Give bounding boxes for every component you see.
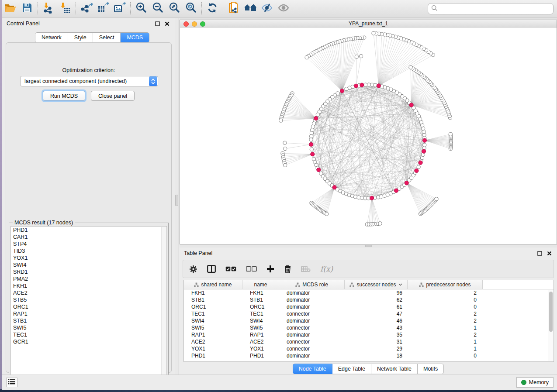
float-panel-button[interactable] bbox=[154, 20, 161, 27]
vertical-splitter[interactable] bbox=[175, 18, 179, 375]
task-list-icon bbox=[8, 379, 15, 386]
tab-network[interactable]: Network bbox=[35, 33, 68, 42]
tab-node-table[interactable]: Node Table bbox=[293, 364, 332, 374]
tab-mcds[interactable]: MCDS bbox=[121, 33, 149, 42]
clear-table-button[interactable] bbox=[301, 266, 311, 272]
list-item[interactable]: ORC1 bbox=[11, 303, 166, 310]
split-columns-button[interactable] bbox=[207, 265, 216, 273]
export-table-button[interactable] bbox=[95, 1, 111, 16]
import-network-icon bbox=[43, 2, 54, 15]
list-item[interactable]: SWI5 bbox=[11, 324, 166, 331]
list-item[interactable]: SRD1 bbox=[11, 268, 166, 275]
list-item[interactable]: ACE2 bbox=[11, 289, 166, 296]
delete-column-button[interactable] bbox=[284, 265, 291, 273]
mcds-result-group: MCDS result (17 nodes) PHD1 CAR1 STP4 TI… bbox=[9, 223, 169, 385]
column-type-icon bbox=[194, 282, 199, 287]
horizontal-splitter[interactable] bbox=[180, 244, 557, 248]
network-window: YPA_prune.txt_1 bbox=[180, 20, 557, 244]
close-panel-icon-button[interactable] bbox=[163, 20, 170, 27]
control-panel: Control Panel Network Style Select MCDS … bbox=[2, 18, 175, 375]
deselect-all-button[interactable] bbox=[246, 266, 257, 272]
import-network-button[interactable] bbox=[40, 1, 57, 16]
column-header-mcds-role[interactable]: MCDS role bbox=[279, 280, 345, 289]
splitter-handle[interactable] bbox=[365, 245, 372, 247]
list-item[interactable]: SWI4 bbox=[11, 261, 166, 268]
zoom-in-button[interactable] bbox=[133, 1, 149, 16]
memory-button[interactable]: Memory bbox=[516, 377, 554, 388]
table-scrollbar[interactable] bbox=[548, 290, 553, 361]
network-canvas[interactable] bbox=[180, 28, 557, 244]
scrollbar-thumb[interactable] bbox=[549, 292, 553, 332]
share-document-button[interactable] bbox=[225, 1, 242, 16]
show-hidden-button[interactable] bbox=[275, 1, 292, 16]
tab-motifs[interactable]: Motifs bbox=[418, 364, 444, 374]
share-document-icon bbox=[228, 2, 239, 15]
sort-descending-icon bbox=[398, 283, 402, 286]
minimize-window-button[interactable] bbox=[192, 21, 197, 27]
network-home-button[interactable] bbox=[242, 1, 259, 16]
maximize-window-button[interactable] bbox=[200, 21, 205, 27]
list-item[interactable]: TEC1 bbox=[11, 331, 166, 338]
tab-edge-table[interactable]: Edge Table bbox=[332, 364, 371, 374]
export-network-button[interactable] bbox=[78, 1, 95, 16]
table-row[interactable]: YOX1YOX1connector291 bbox=[184, 345, 554, 352]
export-image-button[interactable] bbox=[111, 1, 128, 16]
table-row[interactable]: ACE2ACE2connector311 bbox=[184, 338, 554, 345]
task-history-button[interactable] bbox=[6, 378, 17, 387]
splitter-handle[interactable] bbox=[175, 195, 178, 206]
list-item[interactable]: RAP1 bbox=[11, 310, 166, 317]
list-item[interactable]: STB5 bbox=[11, 296, 166, 303]
optimization-criterion-select[interactable]: largest connected component (undirected) bbox=[20, 76, 158, 86]
gear-button[interactable] bbox=[189, 265, 197, 273]
tab-select[interactable]: Select bbox=[93, 33, 121, 42]
hide-selected-button[interactable] bbox=[259, 1, 275, 16]
refresh-icon bbox=[207, 2, 218, 15]
table-row[interactable]: PHD1PHD1dominator180 bbox=[184, 352, 554, 359]
import-table-button[interactable] bbox=[57, 1, 73, 16]
column-header-name[interactable]: name bbox=[242, 280, 279, 289]
table-row[interactable]: SWI5SWI5connector431 bbox=[184, 324, 554, 331]
close-window-button[interactable] bbox=[183, 21, 189, 27]
table-row[interactable]: FKH1FKH1dominator962 bbox=[184, 289, 554, 296]
node-table: shared name name MCDS role successor nod… bbox=[183, 280, 554, 362]
run-mcds-button[interactable]: Run MCDS bbox=[43, 91, 85, 101]
tab-network-table[interactable]: Network Table bbox=[371, 364, 418, 374]
column-header-shared-name[interactable]: shared name bbox=[184, 280, 242, 289]
column-type-icon bbox=[295, 282, 300, 287]
close-panel-button[interactable]: Close panel bbox=[91, 91, 135, 101]
list-scrollbar[interactable] bbox=[161, 227, 166, 382]
list-item[interactable]: STP4 bbox=[11, 241, 166, 248]
table-row[interactable]: RAP1RAP1dominator352 bbox=[184, 331, 554, 338]
list-item[interactable]: CAR1 bbox=[11, 234, 166, 241]
cytoscape-window: Control Panel Network Style Select MCDS … bbox=[0, 0, 557, 392]
function-builder-button[interactable]: f(x) bbox=[320, 265, 333, 273]
list-item[interactable]: PHD1 bbox=[11, 227, 166, 234]
zoom-out-button[interactable] bbox=[149, 1, 166, 16]
tab-style[interactable]: Style bbox=[68, 33, 93, 42]
export-network-icon bbox=[80, 2, 93, 15]
refresh-button[interactable] bbox=[204, 1, 221, 16]
open-file-button[interactable] bbox=[2, 1, 19, 16]
search-input[interactable] bbox=[438, 4, 553, 13]
float-panel-button[interactable] bbox=[536, 250, 543, 257]
column-header-predecessor-nodes[interactable]: predecessor nodes bbox=[408, 280, 483, 289]
close-panel-icon-button[interactable] bbox=[546, 250, 553, 257]
add-column-button[interactable] bbox=[266, 265, 274, 273]
table-row[interactable]: STB1STB1dominator620 bbox=[184, 296, 554, 303]
column-header-successor-nodes[interactable]: successor nodes bbox=[345, 280, 408, 289]
list-item[interactable]: YOX1 bbox=[11, 254, 166, 261]
list-item[interactable]: GCR1 bbox=[11, 338, 166, 345]
table-row[interactable]: TEC1TEC1connector472 bbox=[184, 310, 554, 317]
list-item[interactable]: FKH1 bbox=[11, 282, 166, 289]
zoom-fit-button[interactable] bbox=[166, 1, 183, 16]
list-item[interactable]: PMA2 bbox=[11, 275, 166, 282]
table-row[interactable]: ORC1ORC1dominator610 bbox=[184, 303, 554, 310]
table-panel-title: Table Panel bbox=[184, 250, 212, 256]
zoom-selected-button[interactable] bbox=[183, 1, 199, 16]
select-all-button[interactable] bbox=[225, 266, 236, 272]
table-row[interactable]: SWI4SWI4dominator462 bbox=[184, 317, 554, 324]
optimization-criterion-value: largest connected component (undirected) bbox=[21, 78, 149, 84]
list-item[interactable]: TID3 bbox=[11, 248, 166, 254]
list-item[interactable]: STB1 bbox=[11, 317, 166, 324]
save-session-button[interactable] bbox=[19, 1, 35, 16]
